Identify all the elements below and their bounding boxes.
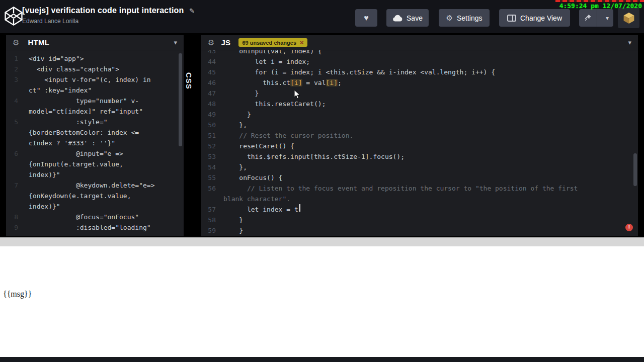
code-text: let index = t	[223, 204, 298, 215]
code-text: // Reset the cursor position.	[223, 130, 353, 141]
code-text: <div class="captcha">	[29, 64, 119, 74]
code-text: {onInput(e.target.value,	[29, 159, 123, 169]
code-line[interactable]: 5 :style="	[6, 117, 184, 127]
avatar-cube-icon	[622, 12, 635, 25]
pin-dropdown-button[interactable]: ▾	[579, 9, 613, 27]
code-line[interactable]: 55 onFocus() {	[201, 172, 638, 183]
line-number: 47	[201, 88, 216, 99]
code-text: :style="	[29, 117, 108, 127]
code-text: for (i = index; i <this.ctSize && i-inde…	[223, 67, 495, 77]
code-line[interactable]: 53 this.$refs.input[this.ctSize-1].focus…	[201, 151, 638, 162]
code-line[interactable]: 49 }	[201, 109, 638, 120]
code-line[interactable]: 45 for (i = index; i <this.ctSize && i-i…	[201, 67, 638, 77]
horizontal-resize-gutter[interactable]	[0, 237, 644, 246]
code-line[interactable]: 47 }	[201, 88, 638, 99]
code-line[interactable]: 7 @keydown.delete="e=>	[6, 180, 184, 191]
gear-icon[interactable]: ⚙	[13, 38, 19, 47]
bottom-bar	[0, 357, 644, 362]
error-indicator-icon[interactable]: !	[625, 224, 633, 231]
gear-icon[interactable]: ⚙	[208, 38, 214, 47]
close-icon[interactable]: ×	[300, 39, 304, 46]
code-line[interactable]: 60 },	[201, 236, 638, 236]
code-line[interactable]: 3 <input v-for="(c, index) in	[6, 74, 184, 85]
codepen-editor-screen: [vuejs] verification code input interact…	[0, 0, 644, 362]
code-line[interactable]: 59 }	[201, 225, 638, 236]
pen-title[interactable]: [vuejs] verification code input interact…	[22, 6, 184, 15]
code-text: model="ct[index]" ref="input"	[29, 106, 143, 117]
code-line[interactable]: 56 // Listen to the focus event and repo…	[201, 183, 638, 194]
line-number: 3	[6, 74, 18, 85]
editor-panes-row: ⚙ HTML ▾ 1<div id="app">2 <div class="ca…	[0, 33, 644, 237]
code-line[interactable]: 43 onInput(val, index) {	[201, 50, 638, 56]
js-scrollbar[interactable]	[633, 153, 637, 186]
code-line[interactable]: {onInput(e.target.value,	[6, 159, 184, 169]
settings-button[interactable]: ⚙ Settings	[439, 9, 490, 27]
js-code-area[interactable]: 43 onInput(val, index) {44 let i = index…	[201, 50, 638, 236]
line-number: 8	[6, 212, 18, 222]
line-number	[6, 106, 18, 117]
line-number: 59	[201, 225, 216, 236]
code-line[interactable]: 8 @focus="onFocus"	[6, 212, 184, 222]
pin-icon	[584, 14, 592, 22]
code-text: <input v-for="(c, index) in	[29, 74, 151, 85]
line-number: 44	[201, 56, 216, 67]
code-line[interactable]: ct" :key="index"	[6, 85, 184, 96]
code-line[interactable]: 50 },	[201, 120, 638, 130]
code-text: onFocus() {	[223, 172, 282, 183]
save-label: Save	[407, 14, 423, 22]
code-text: let i = index;	[223, 56, 310, 67]
codepen-logo[interactable]	[4, 6, 23, 26]
text-caret	[299, 204, 300, 212]
chevron-down-icon[interactable]: ▾	[628, 39, 631, 46]
line-number: 43	[201, 50, 216, 56]
save-button[interactable]: Save	[386, 9, 429, 27]
code-line[interactable]: 9 :disabled="loading"	[6, 222, 184, 233]
html-scrollbar[interactable]	[179, 53, 182, 146]
line-number: 9	[6, 222, 18, 233]
code-text: }	[223, 109, 251, 120]
line-number: 60	[201, 236, 216, 236]
chevron-down-icon[interactable]: ▾	[601, 9, 613, 27]
line-number: 54	[201, 162, 216, 172]
line-number: 49	[201, 109, 216, 120]
code-line[interactable]: index)}"	[6, 169, 184, 180]
preview-pane: {{msg}}	[0, 246, 644, 357]
code-line[interactable]: model="ct[index]" ref="input"	[6, 106, 184, 117]
like-button[interactable]: ♥	[355, 9, 377, 27]
edit-pencil-icon[interactable]: ✎	[189, 7, 195, 15]
code-line[interactable]: blank character".	[201, 194, 638, 204]
code-line[interactable]: 57 let index = t	[201, 204, 638, 215]
html-editor-header: ⚙ HTML ▾	[6, 35, 184, 50]
change-view-button[interactable]: Change View	[499, 9, 570, 27]
code-line[interactable]: 2 <div class="captcha">	[6, 64, 184, 74]
code-line[interactable]: index)}"	[6, 201, 184, 212]
code-line[interactable]: 1<div id="app">	[6, 53, 184, 64]
code-line[interactable]: 48 this.resetCaret();	[201, 99, 638, 109]
code-line[interactable]: 52 resetCaret() {	[201, 141, 638, 151]
code-line[interactable]: 58 }	[201, 215, 638, 225]
html-code-area[interactable]: 1<div id="app">2 <div class="captcha">3 …	[6, 50, 184, 236]
code-line[interactable]: 54 },	[201, 162, 638, 172]
code-text: ct" :key="index"	[29, 85, 92, 96]
gear-icon: ⚙	[446, 14, 452, 23]
line-number: 56	[201, 183, 216, 194]
chevron-down-icon[interactable]: ▾	[174, 39, 177, 46]
code-text: index)}"	[29, 169, 60, 180]
line-number: 7	[6, 180, 18, 191]
code-line[interactable]: {onKeydown(e.target.value,	[6, 191, 184, 201]
code-line[interactable]: 6 @input="e =>	[6, 148, 184, 159]
css-editor-collapsed-label[interactable]: CSS	[185, 72, 193, 89]
code-line[interactable]: 51 // Reset the cursor position.	[201, 130, 638, 141]
code-line[interactable]: {borderBottomColor: index <=	[6, 127, 184, 138]
user-avatar-button[interactable]	[618, 8, 639, 28]
code-text: @input="e =>	[29, 148, 123, 159]
pin-segment[interactable]	[579, 9, 597, 27]
code-text: @focus="onFocus"	[29, 212, 139, 222]
preview-mustache-text: {{msg}}	[3, 290, 32, 299]
code-line[interactable]: 44 let i = index;	[201, 56, 638, 67]
code-line[interactable]: cIndex ? '#333' : ''}"	[6, 138, 184, 148]
line-number: 50	[201, 120, 216, 130]
code-line[interactable]: 46 this.ct[i] = val[i];	[201, 77, 638, 88]
code-line[interactable]: 4 type="number" v-	[6, 96, 184, 106]
line-number	[6, 138, 18, 148]
